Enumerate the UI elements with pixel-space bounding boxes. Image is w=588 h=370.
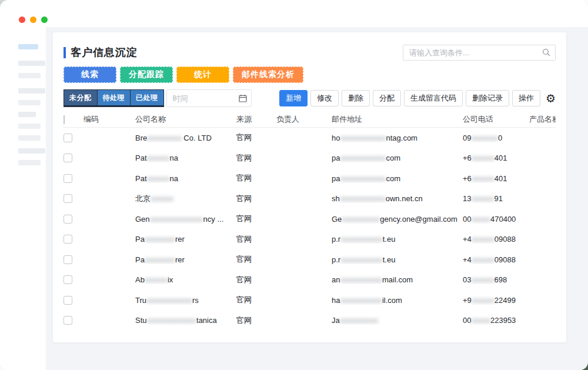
email-cell-redacted: xxxxxxxxxx bbox=[340, 316, 378, 325]
row-select-cell bbox=[64, 134, 83, 142]
row-checkbox[interactable] bbox=[64, 174, 72, 183]
minimize-window-icon[interactable] bbox=[30, 16, 36, 23]
tab-email-lead-analysis[interactable]: 邮件线索分析 bbox=[233, 66, 303, 83]
edit-button[interactable]: 修改 bbox=[310, 90, 339, 106]
calendar-icon[interactable] bbox=[239, 94, 247, 102]
sidebar bbox=[0, 35, 46, 370]
sidebar-item[interactable] bbox=[18, 112, 36, 117]
email-cell-text: p.r bbox=[332, 235, 340, 244]
tab-assign-track[interactable]: 分配跟踪 bbox=[120, 66, 173, 83]
search-input[interactable] bbox=[403, 45, 556, 61]
phone-cell-text: 09 bbox=[463, 134, 471, 142]
company-name-cell-text: ncy ... bbox=[203, 215, 224, 224]
phone-cell-text: 401 bbox=[495, 154, 507, 162]
row-checkbox[interactable] bbox=[64, 316, 72, 325]
row-checkbox[interactable] bbox=[64, 275, 72, 284]
table-row: Brexxxxxxxxx Co. LTD官网hoxxxxxxxxxxxxntag… bbox=[64, 128, 556, 148]
company-name-cell-redacted: xxxxxx bbox=[145, 275, 168, 284]
email-cell-redacted: xxxxxxxxxxxx bbox=[340, 194, 386, 203]
assign-button[interactable]: 分配 bbox=[373, 90, 401, 106]
row-checkbox[interactable] bbox=[64, 255, 72, 264]
search-icon[interactable] bbox=[542, 48, 550, 56]
filter-pending[interactable]: 待处理 bbox=[98, 90, 131, 105]
filter-processed[interactable]: 已处理 bbox=[131, 90, 163, 105]
email-cell-text: Ja bbox=[332, 316, 340, 325]
company-name-cell-text: rer bbox=[175, 235, 185, 244]
operate-button[interactable]: 操作 bbox=[512, 90, 540, 106]
phone-cell: +6xxxxxx401 bbox=[463, 154, 529, 162]
email-cell: Gexxxxxxxxxxgency.one@gmail.com bbox=[332, 215, 463, 224]
close-window-icon[interactable] bbox=[19, 16, 25, 23]
sidebar-item[interactable] bbox=[18, 61, 45, 66]
settings-gear-icon[interactable]: ⚙ bbox=[546, 93, 556, 104]
select-all-checkbox[interactable] bbox=[64, 115, 65, 124]
phone-cell-redacted: xxxxxx bbox=[471, 275, 494, 284]
add-button[interactable]: 新增 bbox=[279, 90, 308, 106]
email-cell-text: an bbox=[332, 275, 340, 284]
generate-message-code-button[interactable]: 生成留言代码 bbox=[404, 90, 463, 106]
sidebar-item[interactable] bbox=[18, 100, 41, 105]
header-company-name: 公司名称 bbox=[135, 114, 236, 125]
sidebar-item-active[interactable] bbox=[18, 44, 38, 49]
header-source: 来源 bbox=[236, 114, 276, 125]
sidebar-item[interactable] bbox=[18, 88, 45, 94]
main-panel: 客户信息沉淀 线索 分配跟踪 统计 邮件线索分析 未分配 待处理 bbox=[46, 27, 588, 370]
email-cell: anxxxxxxxxxxxmail.com bbox=[332, 275, 463, 284]
phone-cell-text: +6 bbox=[463, 174, 472, 183]
row-checkbox[interactable] bbox=[64, 154, 72, 162]
company-name-cell-text: rs bbox=[192, 296, 199, 305]
row-checkbox[interactable] bbox=[64, 215, 72, 224]
table-row: Abxxxxxxix官网anxxxxxxxxxxxmail.com03xxxxx… bbox=[64, 270, 556, 291]
phone-cell-text: +9 bbox=[463, 296, 472, 305]
row-checkbox[interactable] bbox=[64, 235, 72, 244]
source-cell: 官网 bbox=[236, 295, 276, 305]
phone-cell-redacted: xxxxxx bbox=[472, 255, 495, 264]
row-checkbox[interactable] bbox=[64, 296, 72, 305]
table-row: Paxxxxxxxxrer官网p.rxxxxxxxxxxxt.eu+4xxxxx… bbox=[64, 249, 556, 270]
source-cell: 官网 bbox=[236, 234, 276, 245]
phone-cell-redacted: xxxxxx bbox=[472, 296, 495, 305]
row-select-cell bbox=[64, 154, 83, 162]
company-name-cell-text: Bre bbox=[135, 134, 147, 142]
filter-unassigned[interactable]: 未分配 bbox=[64, 90, 97, 105]
table-body: Brexxxxxxxxx Co. LTD官网hoxxxxxxxxxxxxntag… bbox=[64, 128, 556, 331]
sidebar-item[interactable] bbox=[18, 160, 41, 165]
maximize-window-icon[interactable] bbox=[41, 16, 48, 23]
phone-cell-redacted: xxxxxx bbox=[472, 154, 495, 162]
company-name-cell-text: Gen bbox=[135, 215, 150, 224]
sidebar-item[interactable] bbox=[18, 135, 41, 141]
company-name-cell-text: Pa bbox=[135, 235, 145, 244]
email-cell-text: pa bbox=[332, 154, 340, 162]
sidebar-item[interactable] bbox=[18, 73, 41, 78]
delete-button[interactable]: 删除 bbox=[342, 90, 370, 106]
company-name-cell-text: Co. LTD bbox=[182, 134, 212, 142]
email-cell: haxxxxxxxxxxxil.com bbox=[332, 296, 463, 305]
source-cell: 官网 bbox=[236, 194, 276, 204]
source-cell: 官网 bbox=[236, 275, 276, 285]
phone-cell-text: 223953 bbox=[490, 316, 516, 325]
header-owner: 负责人 bbox=[276, 114, 332, 125]
tab-leads[interactable]: 线索 bbox=[64, 66, 116, 83]
table-row: 北京xxxxxx官网shxxxxxxxxxxxxown.net.cn13xxxx… bbox=[64, 189, 556, 209]
tab-statistics[interactable]: 统计 bbox=[176, 66, 229, 83]
header-code: 编码 bbox=[83, 114, 135, 125]
sidebar-item[interactable] bbox=[18, 148, 45, 154]
row-select-cell bbox=[64, 275, 83, 284]
phone-cell-redacted: xxxxx bbox=[471, 316, 490, 325]
delete-records-button[interactable]: 删除记录 bbox=[466, 90, 509, 106]
phone-cell-text: 13 bbox=[463, 194, 471, 203]
company-name-cell-text: tanica bbox=[196, 316, 217, 325]
email-cell-text: com bbox=[386, 174, 400, 183]
company-name-cell-text: Stu bbox=[135, 316, 147, 325]
company-name-cell-text: 北京 bbox=[135, 194, 151, 203]
phone-cell-text: 22499 bbox=[495, 296, 516, 305]
email-cell-redacted: xxxxxxxxxxx bbox=[340, 296, 382, 305]
phone-cell-text: 91 bbox=[494, 194, 502, 203]
row-checkbox[interactable] bbox=[64, 134, 72, 142]
sidebar-item[interactable] bbox=[18, 124, 41, 129]
row-checkbox[interactable] bbox=[64, 194, 72, 203]
phone-cell-redacted: xxxxxx bbox=[472, 235, 495, 244]
phone-cell-text: 698 bbox=[494, 275, 507, 284]
email-cell-text: il.com bbox=[382, 296, 402, 305]
email-cell-redacted: xxxxxxxxxxxx bbox=[340, 134, 386, 142]
